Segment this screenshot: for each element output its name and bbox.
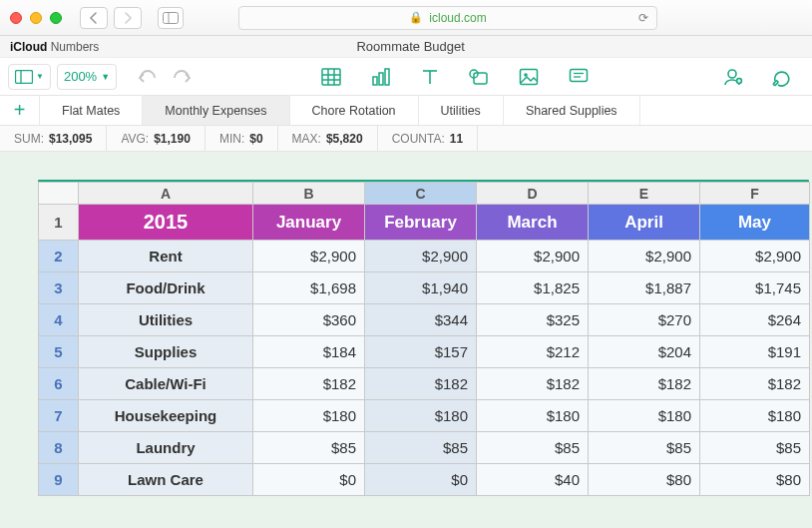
- value-cell[interactable]: $85: [253, 432, 365, 464]
- value-cell[interactable]: $2,900: [365, 241, 477, 272]
- value-cell[interactable]: $85: [365, 432, 477, 464]
- sidebar-toggle-button[interactable]: [158, 7, 184, 29]
- row-header[interactable]: 6: [39, 368, 79, 400]
- row-header[interactable]: 3: [39, 272, 79, 304]
- svg-point-21: [728, 70, 736, 78]
- spreadsheet-table[interactable]: ABCDEF12015JanuaryFebruaryMarchAprilMay2…: [38, 182, 810, 496]
- sheet-tab[interactable]: Monthly Expenses: [143, 96, 289, 125]
- value-cell[interactable]: $1,887: [589, 272, 700, 304]
- sheet-tab[interactable]: Shared Supplies: [504, 96, 640, 125]
- row-header[interactable]: 4: [39, 304, 79, 336]
- value-cell[interactable]: $182: [589, 368, 700, 400]
- spreadsheet-canvas[interactable]: ABCDEF12015JanuaryFebruaryMarchAprilMay2…: [0, 152, 812, 528]
- value-cell[interactable]: $182: [700, 368, 810, 400]
- value-cell[interactable]: $1,825: [477, 272, 589, 304]
- comment-icon[interactable]: [563, 64, 595, 90]
- category-cell[interactable]: Laundry: [79, 432, 253, 464]
- sheet-tab[interactable]: Chore Rotation: [290, 96, 419, 125]
- row-header[interactable]: 1: [39, 205, 79, 241]
- value-cell[interactable]: $212: [477, 336, 589, 368]
- value-cell[interactable]: $270: [589, 304, 700, 336]
- column-header[interactable]: E: [589, 183, 700, 205]
- value-cell[interactable]: $344: [365, 304, 477, 336]
- value-cell[interactable]: $2,900: [700, 241, 810, 272]
- column-header[interactable]: C: [365, 183, 477, 205]
- value-cell[interactable]: $180: [253, 400, 365, 432]
- year-header-cell[interactable]: 2015: [79, 205, 253, 241]
- undo-button[interactable]: [137, 69, 159, 85]
- row-header[interactable]: 8: [39, 432, 79, 464]
- category-cell[interactable]: Supplies: [79, 336, 253, 368]
- value-cell[interactable]: $2,900: [253, 241, 365, 272]
- view-button[interactable]: ▼: [8, 64, 51, 90]
- zoom-dropdown[interactable]: 200% ▼: [57, 64, 117, 90]
- value-cell[interactable]: $184: [253, 336, 365, 368]
- category-cell[interactable]: Rent: [79, 241, 253, 272]
- add-sheet-button[interactable]: +: [0, 96, 40, 125]
- value-cell[interactable]: $180: [365, 400, 477, 432]
- table-icon[interactable]: [315, 64, 347, 90]
- reload-icon[interactable]: ⟳: [638, 11, 648, 25]
- corner-cell[interactable]: [39, 183, 79, 205]
- value-cell[interactable]: $2,900: [477, 241, 589, 272]
- value-cell[interactable]: $360: [253, 304, 365, 336]
- value-cell[interactable]: $1,745: [700, 272, 810, 304]
- value-cell[interactable]: $85: [700, 432, 810, 464]
- value-cell[interactable]: $182: [253, 368, 365, 400]
- redo-button[interactable]: [171, 69, 193, 85]
- value-cell[interactable]: $264: [700, 304, 810, 336]
- chart-icon[interactable]: [365, 64, 397, 90]
- month-header-cell[interactable]: February: [365, 205, 477, 241]
- value-cell[interactable]: $0: [365, 464, 477, 496]
- value-cell[interactable]: $191: [700, 336, 810, 368]
- sheet-tab[interactable]: Utilities: [419, 96, 504, 125]
- column-header[interactable]: B: [253, 183, 365, 205]
- column-header[interactable]: F: [700, 183, 810, 205]
- value-cell[interactable]: $85: [589, 432, 700, 464]
- collaborate-icon[interactable]: [716, 64, 750, 90]
- stat-counta: COUNTA: 11: [378, 126, 478, 151]
- category-cell[interactable]: Food/Drink: [79, 272, 253, 304]
- minimize-window-button[interactable]: [30, 12, 42, 24]
- value-cell[interactable]: $180: [700, 400, 810, 432]
- value-cell[interactable]: $1,940: [365, 272, 477, 304]
- value-cell[interactable]: $80: [700, 464, 810, 496]
- row-header[interactable]: 5: [39, 336, 79, 368]
- sheet-tab[interactable]: Flat Mates: [40, 96, 143, 125]
- format-icon[interactable]: [766, 64, 798, 90]
- value-cell[interactable]: $180: [477, 400, 589, 432]
- value-cell[interactable]: $180: [589, 400, 700, 432]
- forward-button[interactable]: [114, 7, 142, 29]
- value-cell[interactable]: $85: [477, 432, 589, 464]
- category-cell[interactable]: Housekeeping: [79, 400, 253, 432]
- value-cell[interactable]: $40: [477, 464, 589, 496]
- value-cell[interactable]: $2,900: [589, 241, 700, 272]
- column-header[interactable]: A: [79, 183, 253, 205]
- value-cell[interactable]: $0: [253, 464, 365, 496]
- value-cell[interactable]: $182: [477, 368, 589, 400]
- month-header-cell[interactable]: May: [700, 205, 810, 241]
- category-cell[interactable]: Cable/Wi-Fi: [79, 368, 253, 400]
- close-window-button[interactable]: [10, 12, 22, 24]
- value-cell[interactable]: $80: [589, 464, 700, 496]
- value-cell[interactable]: $1,698: [253, 272, 365, 304]
- value-cell[interactable]: $157: [365, 336, 477, 368]
- row-header[interactable]: 2: [39, 241, 79, 272]
- month-header-cell[interactable]: April: [589, 205, 700, 241]
- column-header[interactable]: D: [477, 183, 589, 205]
- value-cell[interactable]: $325: [477, 304, 589, 336]
- month-header-cell[interactable]: March: [477, 205, 589, 241]
- shape-icon[interactable]: [463, 64, 495, 90]
- value-cell[interactable]: $204: [589, 336, 700, 368]
- row-header[interactable]: 7: [39, 400, 79, 432]
- back-button[interactable]: [80, 7, 108, 29]
- category-cell[interactable]: Lawn Care: [79, 464, 253, 496]
- month-header-cell[interactable]: January: [253, 205, 365, 241]
- maximize-window-button[interactable]: [50, 12, 62, 24]
- value-cell[interactable]: $182: [365, 368, 477, 400]
- category-cell[interactable]: Utilities: [79, 304, 253, 336]
- media-icon[interactable]: [513, 64, 545, 90]
- address-bar[interactable]: 🔒 icloud.com ⟳: [238, 6, 657, 30]
- row-header[interactable]: 9: [39, 464, 79, 496]
- text-icon[interactable]: [415, 64, 445, 90]
